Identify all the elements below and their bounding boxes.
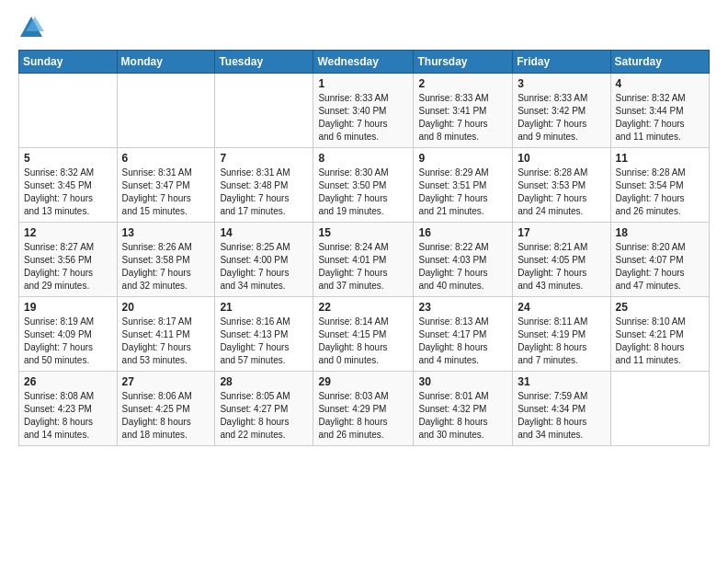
logo-icon: [18, 15, 44, 40]
day-info: Sunrise: 8:06 AM Sunset: 4:25 PM Dayligh…: [122, 390, 210, 442]
calendar-cell: 24Sunrise: 8:11 AM Sunset: 4:19 PM Dayli…: [513, 297, 610, 372]
day-number: 19: [24, 301, 112, 314]
day-info: Sunrise: 8:10 AM Sunset: 4:21 PM Dayligh…: [616, 316, 704, 367]
day-number: 29: [318, 375, 408, 388]
day-info: Sunrise: 8:27 AM Sunset: 3:56 PM Dayligh…: [24, 241, 112, 293]
day-number: 23: [418, 301, 507, 314]
day-number: 24: [518, 301, 605, 314]
calendar-cell: [215, 74, 313, 148]
calendar-cell: 19Sunrise: 8:19 AM Sunset: 4:09 PM Dayli…: [19, 297, 118, 372]
day-info: Sunrise: 8:21 AM Sunset: 4:05 PM Dayligh…: [518, 241, 605, 293]
day-info: Sunrise: 8:17 AM Sunset: 4:11 PM Dayligh…: [122, 316, 210, 367]
calendar-cell: 4Sunrise: 8:32 AM Sunset: 3:44 PM Daylig…: [610, 74, 709, 148]
day-number: 30: [418, 375, 507, 388]
day-info: Sunrise: 8:28 AM Sunset: 3:54 PM Dayligh…: [616, 167, 704, 218]
day-number: 5: [24, 152, 112, 165]
day-info: Sunrise: 8:32 AM Sunset: 3:44 PM Dayligh…: [616, 92, 704, 144]
weekday-header-row: SundayMondayTuesdayWednesdayThursdayFrid…: [19, 51, 710, 74]
day-number: 26: [24, 375, 112, 388]
calendar-cell: 23Sunrise: 8:13 AM Sunset: 4:17 PM Dayli…: [414, 297, 513, 372]
day-info: Sunrise: 8:19 AM Sunset: 4:09 PM Dayligh…: [24, 316, 112, 367]
day-number: 21: [220, 301, 308, 314]
day-number: 12: [24, 226, 112, 239]
header: [18, 15, 710, 40]
day-number: 9: [418, 152, 507, 165]
day-info: Sunrise: 8:20 AM Sunset: 4:07 PM Dayligh…: [616, 241, 704, 293]
day-number: 6: [122, 152, 210, 165]
calendar-cell: 28Sunrise: 8:05 AM Sunset: 4:27 PM Dayli…: [215, 372, 313, 446]
calendar-cell: 21Sunrise: 8:16 AM Sunset: 4:13 PM Dayli…: [215, 297, 313, 372]
calendar-week-row: 1Sunrise: 8:33 AM Sunset: 3:40 PM Daylig…: [19, 74, 710, 148]
weekday-header: Friday: [513, 51, 610, 74]
day-number: 17: [518, 226, 605, 239]
day-info: Sunrise: 8:28 AM Sunset: 3:53 PM Dayligh…: [518, 167, 605, 218]
day-info: Sunrise: 8:08 AM Sunset: 4:23 PM Dayligh…: [24, 390, 112, 442]
calendar-cell: 18Sunrise: 8:20 AM Sunset: 4:07 PM Dayli…: [610, 223, 709, 297]
day-number: 25: [616, 301, 704, 314]
day-number: 3: [518, 77, 605, 90]
weekday-header: Tuesday: [215, 51, 313, 74]
weekday-header: Sunday: [19, 51, 118, 74]
calendar-cell: 3Sunrise: 8:33 AM Sunset: 3:42 PM Daylig…: [513, 74, 610, 148]
calendar-cell: 17Sunrise: 8:21 AM Sunset: 4:05 PM Dayli…: [513, 223, 610, 297]
calendar-cell: 13Sunrise: 8:26 AM Sunset: 3:58 PM Dayli…: [117, 223, 215, 297]
calendar-cell: 1Sunrise: 8:33 AM Sunset: 3:40 PM Daylig…: [313, 74, 414, 148]
calendar-week-row: 26Sunrise: 8:08 AM Sunset: 4:23 PM Dayli…: [19, 372, 710, 446]
day-number: 13: [122, 226, 210, 239]
calendar-cell: 7Sunrise: 8:31 AM Sunset: 3:48 PM Daylig…: [215, 148, 313, 223]
day-number: 10: [518, 152, 605, 165]
calendar-cell: 22Sunrise: 8:14 AM Sunset: 4:15 PM Dayli…: [313, 297, 414, 372]
calendar-table: SundayMondayTuesdayWednesdayThursdayFrid…: [18, 50, 710, 446]
calendar-cell: 16Sunrise: 8:22 AM Sunset: 4:03 PM Dayli…: [414, 223, 513, 297]
day-info: Sunrise: 8:11 AM Sunset: 4:19 PM Dayligh…: [518, 316, 605, 367]
calendar-cell: 5Sunrise: 8:32 AM Sunset: 3:45 PM Daylig…: [19, 148, 118, 223]
calendar-cell: 30Sunrise: 8:01 AM Sunset: 4:32 PM Dayli…: [414, 372, 513, 446]
calendar-cell: 6Sunrise: 8:31 AM Sunset: 3:47 PM Daylig…: [117, 148, 215, 223]
day-info: Sunrise: 8:14 AM Sunset: 4:15 PM Dayligh…: [318, 316, 408, 367]
day-info: Sunrise: 8:29 AM Sunset: 3:51 PM Dayligh…: [418, 167, 507, 218]
day-info: Sunrise: 8:22 AM Sunset: 4:03 PM Dayligh…: [418, 241, 507, 293]
day-number: 27: [122, 375, 210, 388]
day-info: Sunrise: 8:16 AM Sunset: 4:13 PM Dayligh…: [220, 316, 308, 367]
calendar-cell: 12Sunrise: 8:27 AM Sunset: 3:56 PM Dayli…: [19, 223, 118, 297]
day-info: Sunrise: 8:30 AM Sunset: 3:50 PM Dayligh…: [318, 167, 408, 218]
weekday-header: Saturday: [610, 51, 709, 74]
calendar-week-row: 12Sunrise: 8:27 AM Sunset: 3:56 PM Dayli…: [19, 223, 710, 297]
day-number: 15: [318, 226, 408, 239]
weekday-header: Wednesday: [313, 51, 414, 74]
calendar-cell: 9Sunrise: 8:29 AM Sunset: 3:51 PM Daylig…: [414, 148, 513, 223]
day-number: 18: [616, 226, 704, 239]
calendar-cell: [610, 372, 709, 446]
day-info: Sunrise: 8:03 AM Sunset: 4:29 PM Dayligh…: [318, 390, 408, 442]
day-info: Sunrise: 7:59 AM Sunset: 4:34 PM Dayligh…: [518, 390, 605, 442]
weekday-header: Monday: [117, 51, 215, 74]
day-info: Sunrise: 8:05 AM Sunset: 4:27 PM Dayligh…: [220, 390, 308, 442]
day-info: Sunrise: 8:25 AM Sunset: 4:00 PM Dayligh…: [220, 241, 308, 293]
day-number: 2: [418, 77, 507, 90]
calendar-cell: 25Sunrise: 8:10 AM Sunset: 4:21 PM Dayli…: [610, 297, 709, 372]
page: SundayMondayTuesdayWednesdayThursdayFrid…: [0, 0, 728, 563]
calendar-cell: [117, 74, 215, 148]
calendar-cell: 11Sunrise: 8:28 AM Sunset: 3:54 PM Dayli…: [610, 148, 709, 223]
day-info: Sunrise: 8:33 AM Sunset: 3:42 PM Dayligh…: [518, 92, 605, 144]
day-number: 14: [220, 226, 308, 239]
day-number: 22: [318, 301, 408, 314]
day-info: Sunrise: 8:26 AM Sunset: 3:58 PM Dayligh…: [122, 241, 210, 293]
day-number: 31: [518, 375, 605, 388]
day-info: Sunrise: 8:13 AM Sunset: 4:17 PM Dayligh…: [418, 316, 507, 367]
calendar-cell: [19, 74, 118, 148]
calendar-cell: 15Sunrise: 8:24 AM Sunset: 4:01 PM Dayli…: [313, 223, 414, 297]
day-number: 8: [318, 152, 408, 165]
day-info: Sunrise: 8:31 AM Sunset: 3:48 PM Dayligh…: [220, 167, 308, 218]
day-number: 4: [616, 77, 704, 90]
day-number: 1: [318, 77, 408, 90]
day-info: Sunrise: 8:33 AM Sunset: 3:41 PM Dayligh…: [418, 92, 507, 144]
calendar-cell: 31Sunrise: 7:59 AM Sunset: 4:34 PM Dayli…: [513, 372, 610, 446]
day-number: 20: [122, 301, 210, 314]
day-number: 11: [616, 152, 704, 165]
calendar-week-row: 19Sunrise: 8:19 AM Sunset: 4:09 PM Dayli…: [19, 297, 710, 372]
day-info: Sunrise: 8:33 AM Sunset: 3:40 PM Dayligh…: [318, 92, 408, 144]
day-info: Sunrise: 8:01 AM Sunset: 4:32 PM Dayligh…: [418, 390, 507, 442]
calendar-cell: 29Sunrise: 8:03 AM Sunset: 4:29 PM Dayli…: [313, 372, 414, 446]
day-info: Sunrise: 8:32 AM Sunset: 3:45 PM Dayligh…: [24, 167, 112, 218]
